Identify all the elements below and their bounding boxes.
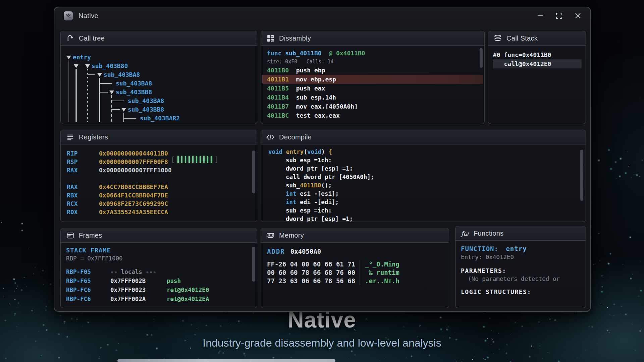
background-particle <box>619 176 621 177</box>
decompile-scrollbar[interactable] <box>580 150 583 201</box>
background-particle <box>99 358 100 359</box>
frame-value: 0x7FFF002B <box>110 277 167 286</box>
instruction-text: sub esp,14h <box>289 94 336 101</box>
disassembly-row-4011B0[interactable]: 4011B0 push ebp <box>267 66 478 75</box>
background-particle <box>623 264 623 265</box>
frames-scrollbar[interactable] <box>252 247 255 282</box>
maximize-button[interactable] <box>555 12 563 19</box>
meter-bar <box>189 156 190 163</box>
background-particle <box>29 249 30 250</box>
tree-node-sub_403BA8[interactable]: sub_403BA8 <box>128 97 164 104</box>
close-button[interactable] <box>574 12 582 19</box>
background-particle <box>216 358 216 358</box>
tree-node-sub_403BAR2[interactable]: sub_403BAR2 <box>140 115 180 122</box>
functions-icon: ƒω <box>461 229 469 237</box>
background-particle <box>474 356 475 356</box>
register-name: RCX <box>67 199 99 208</box>
background-particle <box>636 174 636 174</box>
registers-icon <box>66 133 74 141</box>
disassembly-row-4011B4[interactable]: 4011B4 sub esp,14h <box>267 93 478 102</box>
memory-hexdump-rows: FF-26 04 00 60 66 61 71_°_O.Ming00 60 60… <box>267 260 443 285</box>
memory-ascii: ‰ runtim <box>360 268 399 277</box>
background-particle <box>26 287 27 287</box>
registers-scrollbar[interactable] <box>252 150 255 193</box>
function-label: FUNCTION: <box>461 245 498 252</box>
frame-row-0[interactable]: RBP-F05-- locals --- <box>66 267 252 277</box>
decompile-line-4: int esi -[esi]; <box>268 190 578 198</box>
tree-node-sub_403B80[interactable]: sub_403B80 <box>92 62 128 69</box>
minimize-button[interactable] <box>537 12 544 19</box>
tree-node-sub_403BB8[interactable]: sub_403BB8 <box>116 88 152 96</box>
background-particle <box>608 149 610 151</box>
disassembly-rows: 4011B0 push ebp4011B1 mov ebp,esp4011B5 … <box>267 66 478 120</box>
tree-node-entry[interactable]: entry <box>73 54 91 61</box>
background-particle <box>631 177 632 178</box>
decompile-signature: void entry(void) { <box>268 148 578 156</box>
hero-subtitle: Industry-grade disassembly and low-level… <box>0 337 644 349</box>
background-particle <box>18 303 19 304</box>
meter-bar <box>207 156 208 163</box>
disassembly-row-4011B7[interactable]: 4011B7 mov eax,[4050A0h] <box>267 102 478 111</box>
instruction-text: push eax <box>289 85 325 92</box>
background-particle <box>52 266 53 267</box>
bottom-light-strip <box>117 359 335 362</box>
call-stack-entry-1[interactable]: call@0x4012E0 <box>493 59 582 68</box>
frame-row-2[interactable]: RBP-FC60x7FFF0023ret@0x4012E0 <box>66 286 252 295</box>
decompile-line-3: sub_4011B0(); <box>268 181 578 190</box>
frame-offset: RBP-F65 <box>66 277 110 286</box>
background-particle <box>14 299 15 300</box>
frame-value: 0x7FFF0023 <box>110 286 167 295</box>
decompile-icon <box>266 133 274 141</box>
disassembly-row-4011BC[interactable]: 4011BC test eax,eax <box>267 111 478 120</box>
background-particle <box>642 160 643 161</box>
register-value: 0x7A3355243A35EECCA <box>99 208 168 216</box>
decompile-line-2: call dword ptr [4050A0h]; <box>268 173 578 181</box>
instruction-address: 4011B1 <box>267 76 289 83</box>
memory-row-0: FF-26 04 00 60 66 61 71_°_O.Ming <box>267 260 443 268</box>
background-particle <box>21 289 22 291</box>
call-stack-lines: #0 func=0x4011B0 call@0x4012E0 <box>493 50 582 68</box>
meter-bar <box>181 156 182 163</box>
call-tree-title: Call tree <box>79 35 105 42</box>
background-particle <box>638 295 639 297</box>
background-particle <box>615 161 616 163</box>
parameters-heading: PARAMETERS: <box>461 266 580 275</box>
tree-node-sub_403BA8[interactable]: sub_403BA8 <box>104 71 140 78</box>
disassembly-scrollbar[interactable] <box>480 48 483 68</box>
frame-note: ret@0x4012EA <box>167 296 209 302</box>
background-particle <box>50 284 51 285</box>
register-row-RCX: RCX0x0968F2E73C699299C <box>67 199 251 208</box>
background-particle <box>407 357 407 357</box>
frame-row-3[interactable]: RBP-FC60x7FFF002Aret@0x4012EA <box>66 295 252 304</box>
background-particle <box>600 303 601 304</box>
memory-row-2: 77 23 63 06 66 78 56 68.er..Nт.h <box>267 277 443 285</box>
call-stack-header: Call Stack <box>488 31 586 46</box>
instruction-address: 4011B0 <box>267 67 289 74</box>
frame-row-1[interactable]: RBP-F650x7FFF002Bpush <box>66 277 252 286</box>
background-particle <box>601 305 601 305</box>
instruction-address: 4011BC <box>267 112 289 119</box>
background-particle <box>558 361 559 362</box>
memory-ascii: _°_O.Ming <box>360 260 399 268</box>
register-rows: RIP0x000000000044011B0RSP0x0000000007FFF… <box>67 149 251 216</box>
background-particle <box>529 356 530 357</box>
disassembly-row-4011B1[interactable]: 4011B1 mov ebp,esp <box>262 75 483 84</box>
memory-address-value: 0x4050A0 <box>290 248 321 255</box>
disassembly-row-4011B5[interactable]: 4011B5 push eax <box>267 84 478 93</box>
meter-bar <box>192 156 194 163</box>
logic-structures-heading: LOGIC STRUCTURES: <box>461 288 580 296</box>
app-window: Native Call t <box>54 7 591 312</box>
call-stack-entry-0[interactable]: #0 func=0x4011B0 <box>493 50 582 59</box>
frame-offset: RBP-F05 <box>66 267 110 277</box>
background-particle <box>610 253 611 254</box>
call-stack-title: Call Stack <box>506 35 538 42</box>
disassembly-panel: Dissambly func sub_4011B0 @ 0x4011B0 siz… <box>261 31 485 124</box>
window-title: Native <box>78 12 98 20</box>
background-particle <box>179 357 179 357</box>
background-particle <box>542 358 543 359</box>
frames-title: Frames <box>79 232 102 239</box>
disassembly-function-line: func sub_4011B0 @ 0x4011B0 <box>267 49 478 58</box>
background-particle <box>290 357 292 358</box>
tree-node-sub_403BA8[interactable]: sub_403BA8 <box>116 80 152 87</box>
tree-node-sub_403BB8[interactable]: sub_403BB8 <box>128 106 164 113</box>
